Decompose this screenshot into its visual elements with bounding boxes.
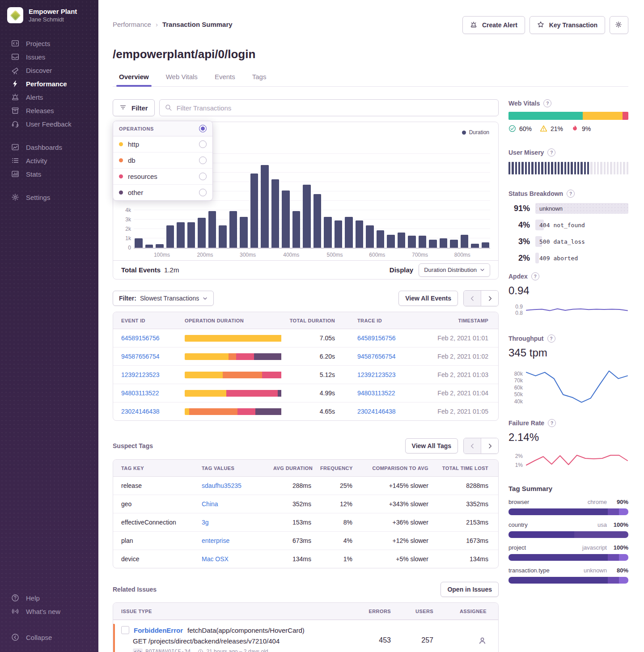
- help-question-icon[interactable]: ?: [548, 419, 556, 427]
- operations-option-other[interactable]: other: [113, 185, 212, 200]
- sidebar-item-help[interactable]: Help: [0, 591, 98, 605]
- help-question-icon[interactable]: ?: [547, 334, 555, 343]
- tag-value-link[interactable]: 3g: [202, 519, 209, 526]
- sidebar-item-alerts[interactable]: Alerts: [0, 90, 98, 104]
- operations-option-resources[interactable]: resources: [113, 169, 212, 185]
- tag-value-link[interactable]: sdaufhu35235: [202, 482, 242, 489]
- display-select[interactable]: Duration Distribution: [419, 263, 490, 277]
- table-row[interactable]: deviceMac OSX134ms1%+5% slower134ms: [113, 550, 498, 568]
- sidebar-item-activity[interactable]: Activity: [0, 154, 98, 167]
- trace-id-link[interactable]: 12392123523: [357, 371, 396, 378]
- histogram-bar[interactable]: [292, 211, 301, 248]
- table-row[interactable]: effectiveConnection3g153ms8%+36% slower2…: [113, 513, 498, 531]
- histogram-bar[interactable]: [345, 217, 353, 248]
- histogram-bar[interactable]: [366, 225, 374, 248]
- histogram-bar[interactable]: [250, 174, 258, 248]
- sidebar-item-user-feedback[interactable]: User Feedback: [0, 117, 98, 131]
- histogram-bar[interactable]: [398, 233, 406, 248]
- histogram-bar[interactable]: [387, 235, 395, 248]
- issue-type-link[interactable]: ForbiddenError: [134, 627, 183, 634]
- operations-option-db[interactable]: db: [113, 152, 212, 169]
- sidebar-item-dashboards[interactable]: Dashboards: [0, 140, 98, 154]
- table-row[interactable]: 948031135224.99s94803113522Feb 2, 2021 0…: [113, 384, 498, 402]
- tag-value-link[interactable]: China: [202, 500, 218, 508]
- sidebar-item-collapse[interactable]: Collapse: [0, 631, 98, 644]
- help-question-icon[interactable]: ?: [567, 190, 575, 198]
- sidebar-item-issues[interactable]: Issues: [0, 50, 98, 64]
- histogram-bar[interactable]: [408, 236, 416, 248]
- tab-tags[interactable]: Tags: [252, 73, 267, 86]
- trace-id-link[interactable]: 94587656754: [357, 353, 396, 360]
- create-alert-button[interactable]: Create Alert: [462, 16, 525, 34]
- histogram-bar[interactable]: [356, 220, 364, 248]
- operations-dropdown-header[interactable]: OPERATIONS: [113, 121, 212, 136]
- operations-option-http[interactable]: http: [113, 136, 212, 152]
- histogram-bar[interactable]: [229, 211, 237, 248]
- histogram-bar[interactable]: [450, 240, 458, 248]
- tag-summary-bar[interactable]: [508, 554, 628, 561]
- histogram-bar[interactable]: [303, 185, 311, 248]
- issue-assignee[interactable]: [438, 636, 498, 645]
- view-all-events-button[interactable]: View All Events: [398, 291, 458, 306]
- sidebar-item-releases[interactable]: Releases: [0, 104, 98, 117]
- settings-gear-button[interactable]: [610, 16, 628, 34]
- event-id-link[interactable]: 23024146438: [121, 408, 160, 415]
- table-row[interactable]: 945876567546.20s94587656754Feb 2, 2021 0…: [113, 347, 498, 365]
- histogram-bar[interactable]: [240, 217, 248, 248]
- histogram-bar[interactable]: [198, 218, 206, 248]
- histogram-bar[interactable]: [282, 191, 290, 248]
- event-id-link[interactable]: 94803113522: [121, 390, 159, 397]
- chart-legend[interactable]: Duration: [462, 129, 489, 135]
- prev-page-button[interactable]: [464, 291, 481, 306]
- tag-value-link[interactable]: Mac OSX: [202, 555, 229, 563]
- histogram-bar[interactable]: [377, 230, 385, 248]
- next-page-button[interactable]: [481, 291, 498, 306]
- event-id-link[interactable]: 64589156756: [121, 334, 160, 342]
- histogram-bar[interactable]: [335, 220, 343, 248]
- sidebar-item-performance[interactable]: Performance: [0, 77, 98, 90]
- table-row[interactable]: 645891567567.05s64589156756Feb 2, 2021 0…: [113, 329, 498, 347]
- histogram-bar[interactable]: [166, 225, 174, 248]
- sidebar-item-stats[interactable]: Stats: [0, 167, 98, 181]
- histogram-bar[interactable]: [314, 194, 322, 248]
- event-id-link[interactable]: 12392123523: [121, 371, 160, 378]
- histogram-bar[interactable]: [135, 238, 143, 248]
- operation-radio[interactable]: [199, 173, 207, 180]
- sidebar-item-discover[interactable]: Discover: [0, 64, 98, 77]
- view-all-tags-button[interactable]: View All Tags: [405, 438, 458, 453]
- operation-radio[interactable]: [199, 157, 207, 164]
- table-row[interactable]: 230241464384.65s23024146438Feb 2, 2021 0…: [113, 402, 498, 420]
- help-question-icon[interactable]: ?: [531, 272, 539, 280]
- trace-id-link[interactable]: 64589156756: [357, 334, 396, 342]
- breadcrumb-performance[interactable]: Performance: [113, 21, 151, 28]
- histogram-bar[interactable]: [440, 238, 448, 248]
- transactions-filter-select[interactable]: Filter: Slowest Transactions: [113, 291, 214, 306]
- help-question-icon[interactable]: ?: [547, 148, 555, 157]
- histogram-bar[interactable]: [156, 244, 164, 248]
- org-switcher[interactable]: Empower Plant Jane Schmidt: [0, 7, 98, 23]
- issue-checkbox[interactable]: [121, 626, 129, 634]
- histogram-bar[interactable]: [482, 242, 490, 248]
- table-row[interactable]: releasesdaufhu35235288ms25%+145% slower8…: [113, 477, 498, 495]
- sidebar-item-projects[interactable]: Projects: [0, 37, 98, 50]
- histogram-bar[interactable]: [145, 245, 153, 248]
- histogram-bar[interactable]: [261, 165, 269, 248]
- help-question-icon[interactable]: ?: [543, 99, 551, 107]
- operations-all-radio[interactable]: [199, 125, 207, 132]
- key-transaction-button[interactable]: Key Transaction: [530, 16, 605, 34]
- histogram-bar[interactable]: [471, 244, 479, 248]
- tag-summary-bar[interactable]: [508, 531, 628, 538]
- histogram-bar[interactable]: [177, 222, 185, 248]
- tag-summary-bar[interactable]: [508, 508, 628, 515]
- table-row[interactable]: 123921235235.12s12392123523Feb 2, 2021 0…: [113, 365, 498, 384]
- event-id-link[interactable]: 94587656754: [121, 353, 160, 360]
- histogram-bar[interactable]: [419, 236, 427, 248]
- search-input[interactable]: [159, 99, 499, 116]
- tab-events[interactable]: Events: [215, 73, 235, 86]
- histogram-bar[interactable]: [324, 217, 332, 248]
- issue-row[interactable]: ForbiddenError fetchData(app/components/…: [113, 620, 498, 652]
- tab-web-vitals[interactable]: Web Vitals: [166, 73, 198, 86]
- open-in-issues-button[interactable]: Open in Issues: [441, 582, 499, 597]
- tag-value-link[interactable]: enterprise: [202, 537, 229, 544]
- filter-button[interactable]: Filter: [113, 99, 155, 116]
